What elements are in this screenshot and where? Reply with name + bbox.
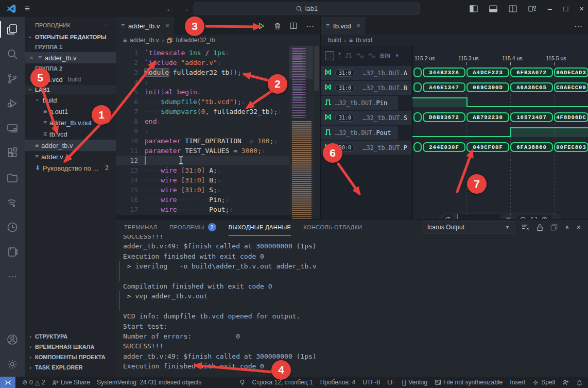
analog2-format-icon[interactable] (368, 53, 376, 58)
tab-tb-vcd[interactable]: ≡ tb.vcd × (321, 17, 366, 35)
file-icon: ≡ (43, 120, 47, 126)
minimap[interactable] (289, 46, 313, 219)
trash-icon[interactable] (274, 22, 281, 30)
menu-icon[interactable]: ≡ (25, 4, 30, 14)
tab-terminal[interactable]: ТЕРМИНАЛ (124, 220, 157, 235)
forward-arrow-icon[interactable]: → (182, 4, 189, 13)
waveform-canvas[interactable]: 115.2 us115.3 us115.4 us115.5 us344B232A… (412, 46, 588, 219)
problems-status[interactable]: ⊘0 △2 (22, 379, 45, 386)
synthesis-status[interactable]: File not synthesizable (435, 379, 503, 386)
feedback-icon[interactable] (562, 379, 569, 386)
toggle-sidebar-icon[interactable] (470, 5, 478, 13)
file-icon: ≡ (35, 154, 39, 160)
run-verilog-icon[interactable] (257, 22, 265, 30)
section-task-explorer[interactable]: ›TASK EXPLORER (25, 362, 116, 373)
neuter-icon[interactable] (239, 379, 245, 386)
signal-row-a[interactable]: 31:0…32_tb.DUT.A (321, 66, 411, 80)
close-tab-icon[interactable]: × (165, 22, 169, 29)
remote-explorer-icon[interactable] (0, 116, 25, 141)
notebook-icon[interactable] (0, 240, 25, 264)
maximize-button[interactable]: □ (563, 4, 568, 13)
sidebar-more-icon[interactable]: ⋯ (104, 22, 110, 28)
command-search-box[interactable]: lab1 (194, 3, 420, 14)
tab-output[interactable]: ВЫХОДНЫЕ ДАННЫЕ (229, 220, 291, 235)
cursor-position[interactable]: Строка 12, столбец 1 (252, 379, 313, 386)
explorer-icon[interactable] (0, 17, 25, 42)
close-button[interactable]: × (579, 4, 584, 13)
maximize-panel-icon[interactable]: ∧ (565, 224, 569, 231)
output-channel-select[interactable]: Icarus Output ▼ (423, 222, 514, 233)
more-views-icon[interactable]: ⋯ (0, 264, 25, 289)
language-status[interactable]: { }Verilog (402, 379, 427, 386)
customize-layout-icon[interactable] (528, 5, 537, 13)
bell-icon[interactable] (576, 379, 583, 386)
tab-debug-console[interactable]: КОНСОЛЬ ОТЛАДКИ (303, 220, 362, 235)
section-structure[interactable]: ›СТРУКТУРА (25, 331, 116, 342)
reload-icon[interactable] (443, 214, 453, 219)
indexer-status[interactable]: SystemVerilog: 24731 indexed objects (97, 379, 201, 386)
encoding-status[interactable]: UTF-8 (362, 379, 380, 386)
open-editor-item[interactable]: ×≡adder_tb.v (25, 52, 116, 63)
search-view-icon[interactable] (0, 42, 25, 66)
tab-problems[interactable]: ПРОБЛЕМЫ2 (169, 220, 216, 235)
tree-item-tb-vcd[interactable]: ≡tb.vcd (25, 128, 116, 140)
remote-indicator[interactable] (0, 377, 15, 388)
close-tab-icon[interactable]: × (357, 22, 360, 29)
live-server-icon[interactable] (0, 190, 25, 215)
wave-more-actions-icon[interactable]: ⋯ (574, 21, 582, 31)
section-project-components[interactable]: ›КОМПОНЕНТЫ ПРОЕКТА (25, 352, 116, 362)
signal-range-badge: 31:0 (335, 114, 355, 122)
section-timeline[interactable]: ›ВРЕМЕННАЯ ШКАЛА (25, 342, 116, 352)
clear-output-icon[interactable] (522, 224, 529, 231)
output-console[interactable]: SUCCESS!!!adder_tb.v:49: $finish called … (116, 235, 588, 377)
chevron-down-icon: › (27, 35, 33, 40)
file-icon: ≡ (121, 23, 125, 29)
close-editor-icon[interactable]: × (30, 55, 35, 61)
bus-value-cell: A4DCF223 (466, 68, 509, 77)
pulse-format-icon[interactable] (345, 53, 352, 59)
close-panel-icon[interactable]: × (577, 223, 581, 231)
account-icon[interactable] (0, 327, 25, 352)
source-control-icon[interactable] (0, 66, 25, 91)
wave-breadcrumbs[interactable]: build › ≡ tb.vcd (321, 35, 588, 46)
open-editors-header[interactable]: › ОТКРЫТЫЕ РЕДАКТОРЫ (25, 32, 116, 42)
tree-item-build[interactable]: ›build (25, 94, 116, 106)
live-share-status[interactable]: Live Share (52, 379, 90, 386)
project-manager-icon[interactable] (0, 165, 25, 190)
insert-mode-status[interactable]: Insert (510, 379, 525, 386)
minimap-slider[interactable] (289, 46, 313, 79)
run-debug-icon[interactable] (0, 91, 25, 116)
editor-more-actions-icon[interactable]: ⋯ (306, 21, 314, 31)
spell-status[interactable]: Spell (532, 379, 555, 386)
open-in-editor-icon[interactable] (550, 224, 558, 231)
color-swatch[interactable] (325, 51, 334, 60)
tree-item-adder-v[interactable]: ≡adder.v (25, 151, 116, 162)
history-icon[interactable] (0, 215, 25, 240)
split-editor-icon[interactable] (509, 5, 517, 13)
extensions-icon[interactable] (0, 141, 25, 165)
radix-select[interactable]: BIN (380, 53, 390, 59)
settings-gear-icon[interactable] (0, 352, 25, 377)
signal-row-pout[interactable]: …32_tb.DUT.Pout (321, 126, 398, 140)
tree-item--[interactable]: ⬇Руководство по ...2 (25, 162, 116, 174)
output-line: > iverilog -o build\adder_tb.v.out adder… (123, 261, 588, 271)
editor-scrollbar[interactable] (313, 46, 320, 219)
time-input[interactable] (457, 214, 500, 219)
back-arrow-icon[interactable]: ← (166, 4, 174, 13)
signal-row-pin[interactable]: …32_tb.DUT.Pin (321, 96, 398, 110)
eol-status[interactable]: LF (387, 379, 394, 386)
tab-adder-tb-v[interactable]: ≡ adder_tb.v × (116, 17, 174, 35)
split-editor-icon[interactable] (290, 22, 297, 29)
editor-breadcrumbs[interactable]: ≡ adder_tb.v › fulladder32_tb (116, 35, 320, 46)
zoom-out-row-icon[interactable]: − (338, 56, 341, 60)
wave-toolbar: +− BIN ▼ (321, 46, 412, 65)
analog-format-icon[interactable] (356, 53, 364, 58)
lock-icon[interactable] (537, 224, 543, 231)
signal-row-s[interactable]: 31:0…32_tb.DUT.S (321, 111, 411, 125)
minimize-button[interactable]: – (548, 4, 552, 13)
indentation-status[interactable]: Пробелов: 4 (320, 379, 356, 386)
tree-item-adder-tb-v[interactable]: ≡adder_tb.v (25, 140, 116, 151)
signal-row-b[interactable]: 31:0…32_tb.DUT.B (321, 81, 411, 95)
toggle-panel-icon[interactable] (489, 5, 497, 13)
spell-icon (532, 379, 539, 386)
